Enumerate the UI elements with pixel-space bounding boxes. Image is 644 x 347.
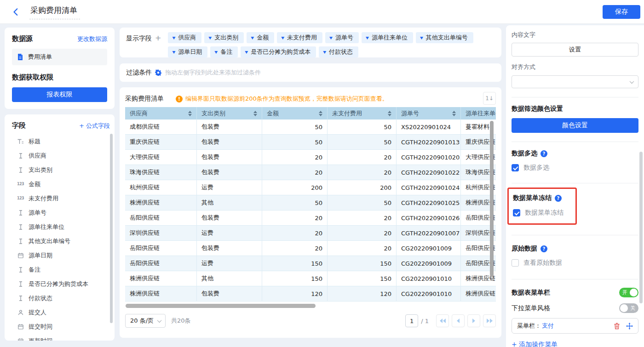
column-header[interactable]: 未支付费用 bbox=[328, 107, 397, 119]
column-header[interactable]: 源单往来单位 bbox=[461, 107, 496, 119]
field-item[interactable]: 源单往来单位 bbox=[12, 220, 110, 234]
field-item-label: 是否已分摊为购货成本 bbox=[29, 280, 88, 288]
field-item[interactable]: 供应商 bbox=[12, 148, 110, 163]
field-item[interactable]: 支出类别 bbox=[12, 163, 110, 177]
field-item[interactable]: 标题 bbox=[12, 134, 110, 148]
field-item-label: 付款状态 bbox=[29, 294, 52, 302]
table-cell: 其他 bbox=[197, 271, 262, 286]
table-row[interactable]: 大理供应链包装费2020CGTH20220901020大理供应链 bbox=[125, 150, 496, 165]
field-item[interactable]: 源单号 bbox=[12, 205, 110, 220]
caret-down-icon: ▼ bbox=[214, 50, 218, 54]
change-datasource-link[interactable]: 更改数据源 bbox=[77, 35, 107, 43]
table-row[interactable]: 株洲供应链其他5050CGTH20220901025株洲供应链 bbox=[125, 195, 496, 210]
sort-arrows-icon[interactable] bbox=[184, 111, 192, 116]
display-field-chip[interactable]: ▼ 源单日期 bbox=[168, 46, 207, 57]
next-page-button[interactable] bbox=[467, 314, 480, 327]
content-text-settings-button[interactable]: 设置 bbox=[512, 43, 638, 57]
add-action-menu-link[interactable]: + 添加操作菜单 bbox=[512, 341, 638, 347]
back-icon[interactable] bbox=[12, 8, 20, 16]
save-button[interactable]: 保存 bbox=[603, 5, 640, 19]
align-select[interactable] bbox=[512, 75, 638, 88]
menu-bar-toggle[interactable]: 开 bbox=[619, 288, 638, 297]
delete-icon[interactable] bbox=[614, 323, 620, 330]
column-header[interactable]: 源单号 bbox=[397, 107, 461, 119]
field-item[interactable]: 备注 bbox=[12, 262, 110, 277]
table-cell: 150 bbox=[328, 256, 397, 271]
display-field-chip[interactable]: ▼ 其他支出单编号 bbox=[416, 32, 473, 43]
field-item[interactable]: 源单日期 bbox=[12, 248, 110, 262]
numeric-sort-button[interactable]: 1↓ bbox=[483, 92, 496, 105]
table-row[interactable]: 深圳供应链运费2020CGTH20220901007深圳供应链 bbox=[125, 226, 496, 241]
table-row[interactable]: 珠海供应链包装费2020CGTH20220901022珠海供应链 bbox=[125, 165, 496, 180]
table-cell: 株洲供应链 bbox=[461, 286, 496, 301]
display-field-chip[interactable]: ▼ 支出类别 bbox=[204, 32, 244, 43]
table-row[interactable]: 岳阳供应链包装费2020CG20220901009岳阳供应链 bbox=[125, 241, 496, 256]
table-cell: 20 bbox=[328, 210, 397, 225]
help-icon[interactable]: ? bbox=[540, 150, 547, 157]
raw-data-checkbox[interactable] bbox=[512, 259, 519, 267]
add-formula-field-link[interactable]: + 公式字段 bbox=[79, 122, 110, 130]
display-field-chip[interactable]: ▼ 源单往来单位 bbox=[362, 32, 413, 43]
chip-label: 金额 bbox=[257, 34, 269, 42]
multi-select-checkbox[interactable] bbox=[512, 164, 519, 171]
move-icon[interactable] bbox=[626, 323, 633, 330]
sort-arrows-icon[interactable] bbox=[448, 111, 456, 116]
table-row[interactable]: 重庆供应链包装费5050CGTH20220901013重庆供应链 bbox=[125, 135, 496, 150]
report-permission-button[interactable]: 报表权限 bbox=[12, 87, 107, 102]
table-row[interactable]: 岳阳供应链运费150150CG20220901009岳阳供应链 bbox=[125, 256, 496, 271]
panel-scrollbar-thumb[interactable] bbox=[639, 152, 643, 303]
field-item[interactable]: 提交人 bbox=[12, 305, 110, 319]
table-horizontal-scrollbar-thumb[interactable] bbox=[126, 304, 316, 308]
field-item[interactable]: 提交时间 bbox=[12, 319, 110, 334]
datasource-item[interactable]: 费用清单 bbox=[12, 49, 107, 65]
field-item[interactable]: 更新时间 bbox=[12, 334, 110, 341]
filter-color-label: 数据筛选颜色设置 bbox=[512, 105, 638, 113]
menu-freeze-checkbox[interactable] bbox=[513, 209, 520, 216]
sort-arrows-icon[interactable] bbox=[250, 111, 257, 116]
field-item[interactable]: 付款状态 bbox=[12, 291, 110, 305]
column-header[interactable]: 支出类别 bbox=[197, 107, 262, 119]
table-row[interactable]: 株洲供应链其他150150CG20220901010株洲供应链 bbox=[125, 271, 496, 286]
column-header[interactable]: 金额 bbox=[262, 107, 328, 119]
page-size-select[interactable]: 20 条/页 bbox=[125, 314, 166, 328]
date-icon bbox=[17, 324, 24, 330]
display-field-chip[interactable]: ▼ 付款状态 bbox=[319, 46, 358, 57]
field-item[interactable]: 123 未支付费用 bbox=[12, 191, 110, 205]
table-cell: 大理供应链 bbox=[125, 150, 197, 165]
fields-scrollbar-thumb[interactable] bbox=[110, 134, 113, 323]
table-row[interactable]: 株洲供应链包装费120120CG20220901010株洲供应链 bbox=[125, 286, 496, 301]
sort-arrows-icon[interactable] bbox=[384, 111, 391, 116]
display-field-chip[interactable]: ▼ 供应商 bbox=[168, 32, 201, 43]
field-item-label: 未支付费用 bbox=[29, 194, 58, 203]
field-item[interactable]: 是否已分摊为购货成本 bbox=[12, 277, 110, 291]
dropdown-style-toggle[interactable]: 关 bbox=[619, 303, 638, 313]
sort-arrows-icon[interactable] bbox=[315, 111, 322, 116]
table-row[interactable]: 杭州供应链运费200200CGTH20220901024杭州供应链 bbox=[125, 180, 496, 195]
table-row[interactable]: 岳阳供应链包装费2020CGTH20220901026岳阳供应链 bbox=[125, 210, 496, 226]
table-row[interactable]: 成都供应链包装费5050XS20220901024蔓霍材料 bbox=[125, 119, 496, 135]
field-item-label: 提交时间 bbox=[29, 323, 52, 331]
menu-item-name[interactable]: 支付 bbox=[542, 322, 554, 330]
display-field-chip[interactable]: ▼ 备注 bbox=[210, 46, 238, 57]
help-icon[interactable]: ? bbox=[555, 195, 562, 202]
gear-icon[interactable] bbox=[155, 69, 161, 76]
display-field-chip[interactable]: ▼ 金额 bbox=[247, 32, 274, 43]
display-field-chip[interactable]: ▼ 未支付费用 bbox=[277, 32, 322, 43]
prev-page-button[interactable] bbox=[452, 314, 465, 327]
page-title[interactable]: 采购费用清单 bbox=[29, 4, 80, 19]
field-item[interactable]: 123 金额 bbox=[12, 177, 110, 191]
add-display-field-icon[interactable]: + bbox=[155, 32, 161, 42]
help-icon[interactable]: ? bbox=[540, 245, 547, 252]
page-number-input[interactable]: 1 bbox=[405, 314, 418, 327]
table-vertical-scrollbar-thumb[interactable] bbox=[490, 121, 494, 276]
table-cell: 株洲供应链 bbox=[125, 286, 197, 301]
color-settings-button[interactable]: 颜色设置 bbox=[512, 118, 638, 133]
display-field-chip[interactable]: ▼ 是否已分摊为购货成本 bbox=[241, 46, 316, 57]
divider bbox=[512, 183, 638, 183]
chip-label: 源单往来单位 bbox=[372, 34, 408, 42]
display-field-chip[interactable]: ▼ 源单号 bbox=[325, 32, 359, 43]
field-item[interactable]: 其他支出单编号 bbox=[12, 234, 110, 248]
last-page-button[interactable] bbox=[483, 314, 496, 327]
column-header[interactable]: 供应商 bbox=[125, 107, 197, 119]
first-page-button[interactable] bbox=[436, 314, 449, 327]
